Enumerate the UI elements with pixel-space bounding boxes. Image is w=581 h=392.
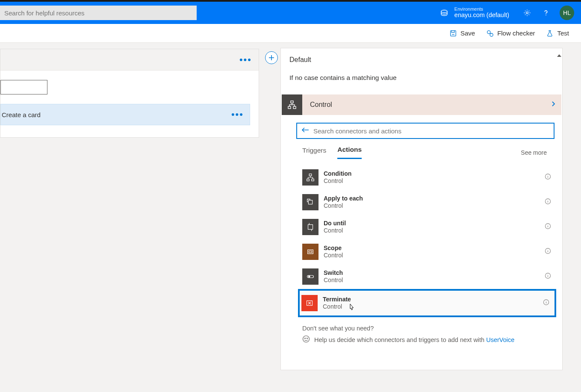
action-switch[interactable]: SwitchControl — [302, 264, 554, 289]
chevron-right-icon — [551, 101, 555, 109]
command-bar: Save Flow checker Test — [0, 24, 581, 43]
svg-point-1 — [526, 12, 528, 14]
svg-point-2 — [546, 15, 546, 15]
svg-rect-18 — [309, 251, 312, 253]
action-sub: Control — [324, 227, 346, 234]
environment-name: enayu.com (default) — [454, 12, 509, 19]
save-label: Save — [460, 29, 475, 37]
back-arrow-icon[interactable] — [301, 127, 309, 135]
test-label: Test — [557, 29, 569, 37]
action-do-until[interactable]: Do untilControl — [302, 215, 554, 239]
flow-checker-button[interactable]: Flow checker — [486, 29, 535, 37]
svg-point-26 — [305, 338, 306, 339]
connector-title: Control — [310, 101, 551, 109]
svg-point-27 — [307, 338, 308, 339]
flow-checker-label: Flow checker — [497, 29, 535, 37]
apply-to-each-icon — [302, 194, 319, 210]
case-card[interactable]: ••• Create a card ••• — [0, 49, 259, 138]
scope-icon — [302, 244, 319, 260]
svg-point-4 — [487, 30, 490, 33]
global-search-input[interactable] — [0, 6, 197, 20]
card-menu-button[interactable]: ••• — [239, 55, 252, 65]
tab-actions[interactable]: Actions — [337, 146, 362, 159]
info-icon[interactable] — [545, 248, 551, 256]
create-card-label: Create a card — [2, 111, 41, 118]
panel-tabs: Triggers Actions See more — [302, 146, 554, 159]
action-name: Do until — [324, 220, 346, 227]
action-name: Scope — [324, 245, 343, 252]
add-step-button[interactable] — [265, 51, 278, 64]
action-list: ConditionControl Apply to eachControl Do… — [302, 165, 554, 317]
footer-help-text: Help us decide which connectors and trig… — [314, 336, 514, 343]
panel-footer: Don't see what you need? Help us decide … — [302, 325, 554, 344]
terminate-icon — [301, 295, 318, 311]
action-name: Apply to each — [324, 195, 363, 202]
svg-point-5 — [490, 33, 493, 36]
settings-icon[interactable] — [523, 9, 531, 17]
scroll-up-indicator — [557, 54, 561, 57]
case-card-body: Create a card ••• — [0, 71, 259, 137]
action-condition[interactable]: ConditionControl — [302, 165, 554, 190]
svg-rect-3 — [451, 30, 456, 36]
info-icon[interactable] — [545, 273, 551, 281]
action-search-input[interactable] — [313, 127, 549, 135]
control-connector-icon — [282, 94, 302, 115]
save-button[interactable]: Save — [449, 29, 475, 37]
see-more-link[interactable]: See more — [521, 149, 547, 156]
action-scope[interactable]: ScopeControl — [302, 239, 554, 264]
action-search-container — [296, 123, 554, 139]
svg-rect-15 — [308, 225, 313, 230]
create-card-menu-button[interactable]: ••• — [231, 110, 244, 119]
uservoice-link[interactable]: UserVoice — [486, 336, 514, 343]
panel-description: If no case contains a matching value — [289, 74, 554, 82]
info-icon[interactable] — [543, 299, 549, 307]
svg-rect-7 — [288, 106, 291, 109]
svg-rect-10 — [307, 179, 310, 181]
action-sub: Control — [324, 202, 363, 209]
terminate-highlight: TerminateControl — [298, 289, 556, 317]
action-name: Switch — [324, 269, 343, 277]
case-card-header: ••• — [0, 49, 259, 71]
avatar-initials: HL — [563, 9, 571, 16]
svg-point-25 — [303, 336, 310, 342]
environment-picker[interactable]: Environments enayu.com (default) — [454, 6, 509, 19]
default-case-panel: Default If no case contains a matching v… — [280, 48, 563, 370]
connector-header[interactable]: Control — [282, 94, 561, 115]
smile-icon — [302, 335, 310, 344]
svg-point-0 — [441, 10, 447, 13]
case-value-input[interactable] — [0, 80, 47, 94]
app-header: Environments enayu.com (default) HL — [0, 2, 581, 24]
action-name: Terminate — [323, 296, 351, 303]
info-icon[interactable] — [545, 198, 551, 206]
action-sub: Control — [324, 252, 343, 259]
tab-triggers[interactable]: Triggers — [302, 147, 326, 159]
condition-icon — [302, 169, 319, 186]
user-avatar[interactable]: HL — [560, 6, 574, 20]
footer-question: Don't see what you need? — [302, 325, 554, 332]
help-icon[interactable] — [542, 9, 550, 17]
svg-rect-13 — [308, 200, 312, 204]
svg-rect-17 — [308, 250, 313, 253]
svg-rect-11 — [312, 179, 314, 181]
test-button[interactable]: Test — [546, 29, 569, 37]
action-name: Condition — [324, 170, 351, 177]
action-apply-to-each[interactable]: Apply to eachControl — [302, 190, 554, 215]
action-sub: Control — [324, 277, 343, 284]
info-icon[interactable] — [545, 223, 551, 231]
svg-rect-8 — [293, 106, 296, 109]
svg-rect-6 — [291, 101, 293, 103]
do-until-icon — [302, 219, 319, 235]
switch-icon — [302, 268, 319, 285]
info-icon[interactable] — [545, 174, 551, 182]
action-sub: Control — [323, 303, 351, 310]
svg-point-21 — [308, 276, 310, 277]
environment-label: Environments — [454, 6, 509, 12]
panel-title: Default — [289, 56, 554, 64]
action-terminate[interactable]: TerminateControl — [301, 293, 553, 313]
environment-icon — [440, 9, 448, 17]
flow-canvas: ••• Create a card ••• Default If no case… — [0, 43, 581, 392]
svg-rect-9 — [309, 174, 312, 176]
action-sub: Control — [324, 177, 351, 185]
create-card-action[interactable]: Create a card ••• — [0, 104, 250, 125]
